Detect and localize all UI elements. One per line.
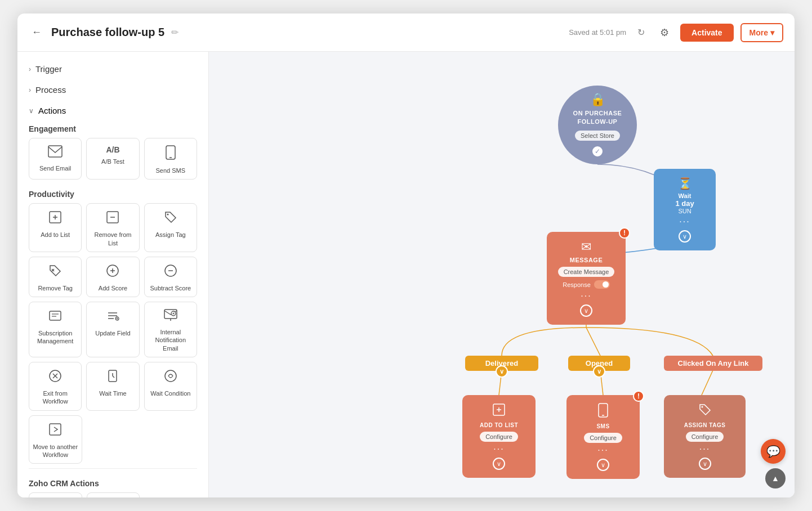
- main-layout: ‹ › Trigger › Process ∨ Actions Engagem: [17, 52, 795, 497]
- action-add-score[interactable]: Add Score: [86, 257, 139, 297]
- process-label: Process: [35, 85, 66, 95]
- sidebar-trigger-section: › Trigger: [17, 59, 208, 79]
- create-message-button[interactable]: Create Message: [558, 267, 615, 277]
- action-wait-condition[interactable]: Wait Condition: [144, 362, 197, 411]
- action-subtract-score[interactable]: Subtract Score: [144, 257, 197, 297]
- scroll-top-button[interactable]: ▲: [765, 468, 786, 488]
- trigger-label: Trigger: [35, 64, 62, 74]
- action-wait-time[interactable]: Wait Time: [86, 362, 139, 411]
- trigger-chevron-icon: ›: [29, 65, 31, 73]
- sms-expand-dot[interactable]: ∨: [597, 459, 609, 471]
- action-update-field[interactable]: Update Field: [86, 302, 139, 357]
- sidebar-actions-header[interactable]: ∨ Actions: [29, 100, 197, 119]
- add-to-list-node-icon: [492, 403, 506, 420]
- remove-tag-icon: [48, 264, 62, 281]
- saved-status: Saved at 5:01 pm: [569, 28, 626, 37]
- branch-opened[interactable]: Opened ∨: [568, 356, 630, 371]
- wait-dots: ···: [679, 217, 690, 227]
- add-to-list-configure-button[interactable]: Configure: [480, 432, 518, 442]
- page-title: Purchase follow-up 5: [51, 26, 164, 39]
- action-internal-notification[interactable]: Internal Notification Email: [144, 302, 197, 357]
- add-to-list-dots: ···: [493, 444, 504, 454]
- wait-icon: ⏳: [678, 177, 692, 190]
- branch-delivered[interactable]: Delivered ∨: [465, 356, 538, 371]
- engagement-title: Engagement: [29, 119, 197, 138]
- assign-tags-node-icon: [698, 403, 712, 420]
- sms-node-icon: [597, 403, 609, 421]
- action-add-to-list[interactable]: Add to List: [29, 203, 82, 252]
- zoho-crm-grid: [29, 492, 140, 497]
- message-title: MESSAGE: [570, 257, 603, 263]
- action-exit-workflow[interactable]: Exit from Workflow: [29, 362, 82, 411]
- action-zoho-1[interactable]: [29, 492, 82, 497]
- assign-tags-expand-dot[interactable]: ∨: [699, 458, 711, 470]
- action-zoho-2[interactable]: [87, 492, 140, 497]
- refresh-button[interactable]: ↻: [633, 25, 649, 41]
- branch-clicked-any-link[interactable]: Clicked On Any Link: [664, 356, 762, 371]
- move-workflow-icon: [48, 423, 62, 440]
- header-left: ← Purchase follow-up 5 ✏: [29, 25, 179, 41]
- action-ab-test[interactable]: A/B A/B Test: [86, 138, 139, 180]
- assign-tags-node[interactable]: ASSIGN TAGS Configure ··· ∨: [664, 395, 746, 478]
- add-to-list-expand-dot[interactable]: ∨: [493, 458, 505, 470]
- opened-expand-dot[interactable]: ∨: [593, 365, 605, 378]
- svg-rect-16: [50, 311, 61, 320]
- send-email-label: Send Email: [39, 164, 71, 172]
- sms-dots: ···: [597, 445, 608, 455]
- productivity-extra-grid: Move to another Workflow: [29, 415, 140, 464]
- action-subscription-management[interactable]: Subscription Management: [29, 302, 82, 357]
- trigger-expand-dot[interactable]: ✓: [591, 145, 604, 158]
- more-button[interactable]: More ▾: [740, 23, 783, 42]
- edit-title-icon[interactable]: ✏: [171, 27, 179, 38]
- settings-button[interactable]: ⚙: [655, 24, 673, 42]
- wait-condition-label: Wait Condition: [150, 389, 190, 397]
- remove-tag-label: Remove Tag: [38, 284, 73, 292]
- internal-notification-icon: [164, 309, 177, 325]
- back-button[interactable]: ←: [29, 25, 44, 41]
- svg-rect-37: [50, 424, 61, 435]
- wait-expand-dot[interactable]: ∨: [679, 230, 691, 243]
- message-expand-dot[interactable]: ∨: [580, 304, 592, 317]
- action-move-workflow[interactable]: Move to another Workflow: [29, 415, 82, 464]
- productivity-title: Productivity: [29, 184, 197, 203]
- svg-point-36: [165, 370, 176, 382]
- sidebar-process-header[interactable]: › Process: [29, 79, 197, 100]
- wait-day: SUN: [678, 208, 691, 214]
- update-field-icon: [106, 309, 119, 326]
- activate-button[interactable]: Activate: [680, 24, 733, 42]
- svg-rect-0: [48, 146, 62, 157]
- action-assign-tag[interactable]: Assign Tag: [144, 203, 197, 252]
- delivered-expand-dot[interactable]: ∨: [496, 365, 508, 378]
- exit-workflow-icon: [48, 369, 62, 386]
- add-to-list-node[interactable]: ADD TO LIST Configure ··· ∨: [462, 395, 536, 478]
- select-store-button[interactable]: Select Store: [575, 131, 620, 141]
- sms-node[interactable]: ! SMS Configure ··· ∨: [566, 395, 640, 479]
- header: ← Purchase follow-up 5 ✏ Saved at 5:01 p…: [17, 14, 795, 52]
- move-workflow-label: Move to another Workflow: [33, 443, 78, 459]
- sidebar-trigger-header[interactable]: › Trigger: [29, 59, 197, 79]
- trigger-node[interactable]: 🔒 ON PURCHASE FOLLOW-UP Select Store ✓: [558, 86, 637, 164]
- internal-notification-label: Internal Notification Email: [148, 328, 193, 352]
- chat-fab-button[interactable]: 💬: [761, 439, 786, 464]
- assign-tags-configure-button[interactable]: Configure: [686, 432, 724, 442]
- message-icon: ✉: [581, 240, 591, 254]
- sms-configure-button[interactable]: Configure: [584, 433, 622, 443]
- actions-label: Actions: [38, 106, 66, 115]
- subscription-mgmt-label: Subscription Management: [33, 329, 78, 346]
- update-field-label: Update Field: [95, 329, 130, 337]
- response-toggle[interactable]: [594, 280, 610, 289]
- engagement-grid: Send Email A/B A/B Test Send SMS: [29, 138, 197, 180]
- action-remove-from-list[interactable]: Remove from List: [86, 203, 139, 252]
- more-chevron-icon: ▾: [770, 28, 774, 37]
- action-send-sms[interactable]: Send SMS: [144, 138, 197, 180]
- action-remove-tag[interactable]: Remove Tag: [29, 257, 82, 297]
- action-send-email[interactable]: Send Email: [29, 138, 82, 180]
- message-node[interactable]: ! ✉ MESSAGE Create Message Response ··· …: [547, 232, 626, 325]
- sms-node-title: SMS: [596, 423, 609, 429]
- remove-from-list-label: Remove from List: [90, 231, 135, 247]
- response-row: Response: [563, 280, 610, 289]
- wait-node[interactable]: ⏳ Wait 1 day SUN ··· ∨: [654, 169, 716, 250]
- actions-chevron-icon: ∨: [29, 107, 34, 115]
- add-to-list-icon: [48, 210, 62, 227]
- svg-point-48: [701, 406, 703, 408]
